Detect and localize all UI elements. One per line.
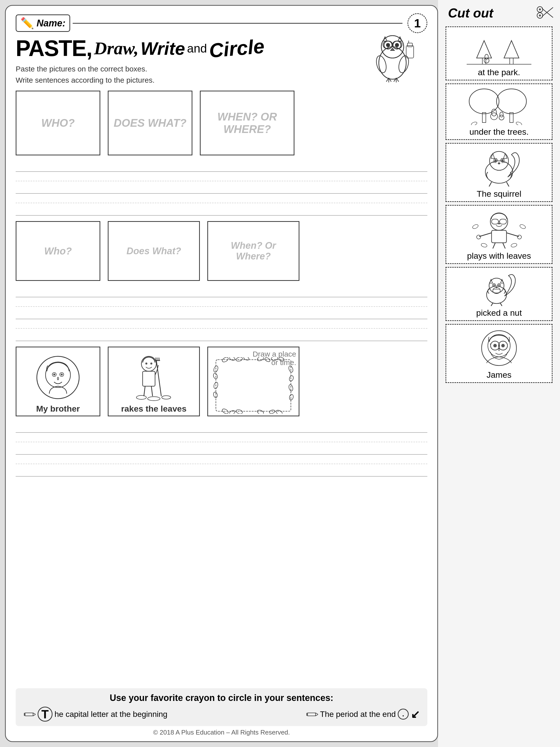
svg-rect-21 <box>407 43 412 47</box>
svg-marker-71 <box>316 713 318 716</box>
line-dash-2[interactable] <box>16 194 427 203</box>
svg-marker-99 <box>504 153 507 158</box>
svg-point-145 <box>493 344 497 347</box>
svg-marker-9 <box>391 48 395 51</box>
svg-point-45 <box>221 357 229 363</box>
crayon-instruction-title: Use your favorite crayon to circle in yo… <box>23 693 420 703</box>
name-label: Name: <box>36 18 65 29</box>
title-circle: Circle <box>208 34 265 62</box>
svg-point-54 <box>229 410 236 414</box>
title-draw: Draw, <box>94 38 138 59</box>
rakes-leaves-box[interactable]: rakes the leaves <box>108 346 200 416</box>
who-box-1[interactable]: WHO? <box>16 91 100 155</box>
svg-point-12 <box>375 55 388 74</box>
svg-point-86 <box>469 89 499 114</box>
does-what-box-1[interactable]: DOES WHAT? <box>108 91 192 155</box>
row2-boxes: Who? Does What? When? Or Where? <box>16 221 427 281</box>
svg-point-78 <box>539 15 541 17</box>
svg-point-5 <box>395 43 399 47</box>
svg-point-113 <box>498 223 500 224</box>
line-dash-4[interactable] <box>16 319 427 329</box>
svg-point-42 <box>148 397 160 401</box>
cutout-item-park[interactable]: at the park. <box>446 26 553 80</box>
arrow-icon: ↙ <box>411 708 420 721</box>
cutout-item-trees[interactable]: under the trees. <box>446 83 553 140</box>
svg-point-103 <box>502 159 504 161</box>
svg-line-39 <box>158 358 158 361</box>
cutout-sidebar: Cut out at the park. <box>438 0 560 747</box>
svg-point-46 <box>229 357 236 361</box>
cutout-item-squirrel[interactable]: The squirrel <box>446 143 553 202</box>
cutout-title: Cut out <box>443 5 535 20</box>
draw-place-label: Draw a place or time. <box>246 350 296 367</box>
draw-place-box[interactable]: Draw a place or time. <box>207 346 299 416</box>
instruction-line2: Write sentences according to the picture… <box>16 74 427 86</box>
crayon-left: T he capital letter at the beginning <box>23 707 167 722</box>
svg-point-94 <box>471 121 478 125</box>
svg-rect-72 <box>306 713 308 716</box>
page-number: 1 <box>407 13 427 33</box>
line-dash-5[interactable] <box>16 433 427 442</box>
line-solid-5 <box>16 307 427 319</box>
cutout-item-boy-leaves[interactable]: plays with leaves <box>446 205 553 264</box>
svg-point-146 <box>501 344 505 347</box>
svg-point-66 <box>289 394 294 401</box>
svg-rect-110 <box>491 219 499 224</box>
crayon-right: The period at the end . ↙ <box>305 708 420 721</box>
svg-line-115 <box>479 233 491 236</box>
my-brother-box[interactable]: My brother <box>16 346 100 416</box>
svg-point-60 <box>213 373 218 379</box>
svg-point-117 <box>477 235 481 239</box>
line-solid-2 <box>16 181 427 194</box>
worksheet: ✏️ Name: 1 PASTE, Draw, Write and Circle <box>5 5 438 742</box>
footer: © 2018 A Plus Education – All Rights Res… <box>16 728 427 736</box>
svg-rect-82 <box>510 58 513 64</box>
row1-boxes: WHO? DOES WHAT? WHEN? OR WHERE? <box>16 91 427 155</box>
cutout-label-park: at the park. <box>478 68 520 77</box>
svg-point-122 <box>519 224 526 230</box>
line-dash-3[interactable] <box>16 297 427 307</box>
svg-marker-68 <box>33 713 35 716</box>
does-what-box-2[interactable]: Does What? <box>108 221 200 281</box>
svg-line-108 <box>506 182 509 186</box>
svg-point-53 <box>221 408 229 414</box>
squirrel2-illustration <box>464 271 534 306</box>
name-line[interactable] <box>73 23 402 24</box>
svg-rect-32 <box>142 371 155 386</box>
cutout-label-trees: under the trees. <box>470 127 529 137</box>
svg-point-102 <box>495 159 497 161</box>
cutout-label-james: James <box>486 370 511 380</box>
capital-T-circle: T <box>37 707 53 722</box>
header-row: ✏️ Name: 1 <box>16 13 427 33</box>
who-box-2[interactable]: Who? <box>16 221 100 281</box>
rakes-illustration <box>129 353 179 403</box>
cutout-label-squirrel: The squirrel <box>477 189 522 199</box>
svg-point-121 <box>472 224 479 230</box>
svg-point-4 <box>386 43 390 47</box>
when-where-box-2[interactable]: When? Or Where? <box>207 221 299 281</box>
cutout-label-squirrel2: picked a nut <box>476 308 522 318</box>
cutout-item-james[interactable]: James <box>446 324 553 383</box>
line-dash-6[interactable] <box>16 455 427 464</box>
cutout-item-squirrel2[interactable]: picked a nut <box>446 267 553 321</box>
svg-point-123 <box>481 243 487 248</box>
cutout-title-row: Cut out <box>441 2 558 22</box>
svg-point-77 <box>539 8 541 10</box>
svg-marker-81 <box>504 41 519 58</box>
svg-point-83 <box>484 58 489 63</box>
svg-point-131 <box>493 284 495 286</box>
crayon-instruction-section: Use your favorite crayon to circle in yo… <box>16 688 427 726</box>
svg-point-84 <box>485 54 488 59</box>
writing-lines-3 <box>16 420 427 476</box>
svg-line-34 <box>151 386 153 396</box>
svg-rect-44 <box>216 360 291 411</box>
cutout-label-boy-leaves: plays with leaves <box>467 251 531 261</box>
when-where-box-1[interactable]: WHEN? OR WHERE? <box>200 91 294 155</box>
instructions: Paste the pictures on the correct boxes.… <box>16 63 427 86</box>
title-and: and <box>187 42 207 55</box>
svg-line-120 <box>503 243 505 249</box>
line-dash-1[interactable] <box>16 172 427 181</box>
svg-point-28 <box>61 374 63 376</box>
title-paste: PASTE, <box>16 35 92 61</box>
svg-marker-98 <box>491 153 495 158</box>
